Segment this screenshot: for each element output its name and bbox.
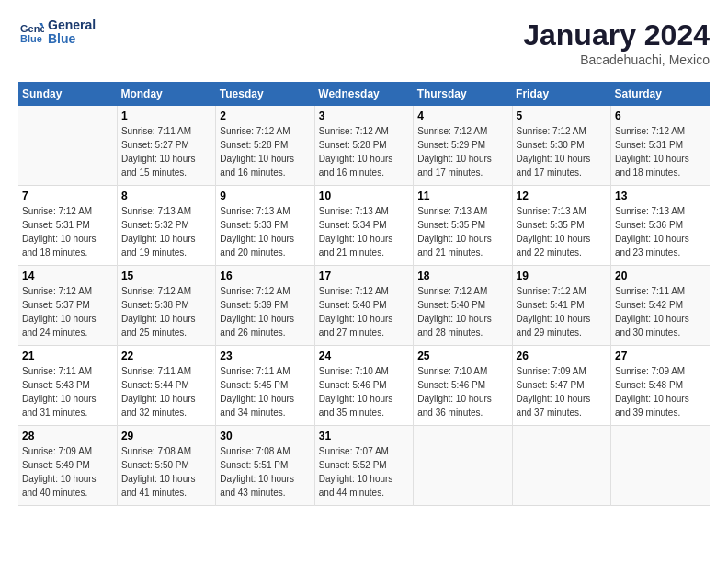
calendar-cell: 14Sunrise: 7:12 AMSunset: 5:37 PMDayligh…	[18, 266, 117, 346]
day-info: Sunrise: 7:12 AMSunset: 5:31 PMDaylight:…	[22, 204, 113, 259]
day-number: 9	[220, 190, 310, 202]
day-number: 18	[417, 270, 507, 282]
day-number: 4	[417, 109, 507, 122]
location-subtitle: Bacadehuachi, Mexico	[523, 52, 710, 67]
day-info: Sunrise: 7:13 AMSunset: 5:33 PMDaylight:…	[220, 204, 310, 259]
calendar-cell: 10Sunrise: 7:13 AMSunset: 5:34 PMDayligh…	[314, 186, 413, 266]
day-number: 14	[22, 270, 113, 282]
day-number: 6	[615, 109, 706, 122]
calendar-cell: 29Sunrise: 7:08 AMSunset: 5:50 PMDayligh…	[117, 426, 215, 506]
calendar-cell: 11Sunrise: 7:13 AMSunset: 5:35 PMDayligh…	[414, 186, 512, 266]
day-number: 8	[121, 190, 211, 202]
calendar-cell: 21Sunrise: 7:11 AMSunset: 5:43 PMDayligh…	[18, 346, 117, 426]
day-number: 1	[121, 109, 211, 122]
day-number: 12	[517, 190, 607, 202]
calendar-cell: 12Sunrise: 7:13 AMSunset: 5:35 PMDayligh…	[512, 186, 610, 266]
day-info: Sunrise: 7:12 AMSunset: 5:38 PMDaylight:…	[121, 284, 211, 339]
month-title: January 2024	[523, 18, 710, 52]
day-number: 19	[517, 270, 607, 282]
day-info: Sunrise: 7:12 AMSunset: 5:31 PMDaylight:…	[615, 124, 706, 179]
calendar-cell	[512, 426, 610, 506]
day-info: Sunrise: 7:12 AMSunset: 5:40 PMDaylight:…	[417, 284, 507, 339]
calendar-cell: 3Sunrise: 7:12 AMSunset: 5:28 PMDaylight…	[314, 106, 413, 186]
day-number: 13	[615, 190, 706, 202]
day-number: 22	[121, 350, 211, 362]
calendar-week-3: 14Sunrise: 7:12 AMSunset: 5:37 PMDayligh…	[18, 266, 710, 346]
day-number: 10	[319, 190, 409, 202]
calendar-week-2: 7Sunrise: 7:12 AMSunset: 5:31 PMDaylight…	[18, 186, 710, 266]
day-info: Sunrise: 7:12 AMSunset: 5:39 PMDaylight:…	[220, 284, 310, 339]
calendar-cell: 6Sunrise: 7:12 AMSunset: 5:31 PMDaylight…	[611, 106, 710, 186]
day-number: 26	[517, 350, 607, 362]
calendar-cell: 2Sunrise: 7:12 AMSunset: 5:28 PMDaylight…	[216, 106, 314, 186]
calendar-cell: 13Sunrise: 7:13 AMSunset: 5:36 PMDayligh…	[611, 186, 710, 266]
calendar-cell: 17Sunrise: 7:12 AMSunset: 5:40 PMDayligh…	[314, 266, 413, 346]
calendar-cell: 7Sunrise: 7:12 AMSunset: 5:31 PMDaylight…	[18, 186, 117, 266]
calendar-cell: 1Sunrise: 7:11 AMSunset: 5:27 PMDaylight…	[117, 106, 215, 186]
calendar-cell: 25Sunrise: 7:10 AMSunset: 5:46 PMDayligh…	[414, 346, 512, 426]
day-number: 16	[220, 270, 310, 282]
calendar-cell: 4Sunrise: 7:12 AMSunset: 5:29 PMDaylight…	[414, 106, 512, 186]
title-block: January 2024 Bacadehuachi, Mexico	[523, 18, 710, 67]
calendar-cell	[18, 106, 117, 186]
calendar-week-4: 21Sunrise: 7:11 AMSunset: 5:43 PMDayligh…	[18, 346, 710, 426]
day-info: Sunrise: 7:12 AMSunset: 5:28 PMDaylight:…	[220, 124, 310, 179]
day-number: 5	[517, 109, 607, 122]
day-info: Sunrise: 7:11 AMSunset: 5:42 PMDaylight:…	[615, 284, 706, 339]
calendar-cell: 28Sunrise: 7:09 AMSunset: 5:49 PMDayligh…	[18, 426, 117, 506]
day-info: Sunrise: 7:12 AMSunset: 5:37 PMDaylight:…	[22, 284, 113, 339]
calendar-cell: 9Sunrise: 7:13 AMSunset: 5:33 PMDaylight…	[216, 186, 314, 266]
calendar-cell	[611, 426, 710, 506]
day-info: Sunrise: 7:12 AMSunset: 5:30 PMDaylight:…	[517, 124, 607, 179]
calendar-cell: 26Sunrise: 7:09 AMSunset: 5:47 PMDayligh…	[512, 346, 610, 426]
calendar-cell: 27Sunrise: 7:09 AMSunset: 5:48 PMDayligh…	[611, 346, 710, 426]
calendar-cell: 8Sunrise: 7:13 AMSunset: 5:32 PMDaylight…	[117, 186, 215, 266]
logo: General Blue General Blue	[18, 18, 96, 47]
day-info: Sunrise: 7:13 AMSunset: 5:34 PMDaylight:…	[319, 204, 409, 259]
logo-blue: Blue	[48, 32, 96, 46]
day-number: 15	[121, 270, 211, 282]
calendar-cell: 31Sunrise: 7:07 AMSunset: 5:52 PMDayligh…	[314, 426, 413, 506]
calendar-table: SundayMondayTuesdayWednesdayThursdayFrid…	[18, 82, 710, 506]
day-number: 27	[615, 350, 706, 362]
calendar-cell: 20Sunrise: 7:11 AMSunset: 5:42 PMDayligh…	[611, 266, 710, 346]
day-number: 11	[417, 190, 507, 202]
day-info: Sunrise: 7:08 AMSunset: 5:50 PMDaylight:…	[121, 444, 211, 500]
day-info: Sunrise: 7:13 AMSunset: 5:35 PMDaylight:…	[517, 204, 607, 259]
logo-icon: General Blue	[18, 19, 44, 45]
calendar-cell: 16Sunrise: 7:12 AMSunset: 5:39 PMDayligh…	[216, 266, 314, 346]
day-number: 17	[319, 270, 409, 282]
logo-general: General	[48, 18, 96, 32]
calendar-cell: 5Sunrise: 7:12 AMSunset: 5:30 PMDaylight…	[512, 106, 610, 186]
day-number: 24	[319, 350, 409, 362]
calendar-cell: 24Sunrise: 7:10 AMSunset: 5:46 PMDayligh…	[314, 346, 413, 426]
calendar-week-1: 1Sunrise: 7:11 AMSunset: 5:27 PMDaylight…	[18, 106, 710, 186]
day-number: 29	[121, 430, 211, 442]
day-number: 28	[22, 430, 113, 442]
day-info: Sunrise: 7:13 AMSunset: 5:32 PMDaylight:…	[121, 204, 211, 259]
calendar-header: SundayMondayTuesdayWednesdayThursdayFrid…	[18, 82, 710, 106]
day-number: 25	[417, 350, 507, 362]
day-info: Sunrise: 7:11 AMSunset: 5:43 PMDaylight:…	[22, 364, 113, 419]
day-header-saturday: Saturday	[611, 82, 710, 106]
day-info: Sunrise: 7:11 AMSunset: 5:44 PMDaylight:…	[121, 364, 211, 419]
calendar-cell: 23Sunrise: 7:11 AMSunset: 5:45 PMDayligh…	[216, 346, 314, 426]
calendar-cell	[414, 426, 512, 506]
day-info: Sunrise: 7:08 AMSunset: 5:51 PMDaylight:…	[220, 444, 310, 500]
day-info: Sunrise: 7:12 AMSunset: 5:41 PMDaylight:…	[517, 284, 607, 339]
day-info: Sunrise: 7:10 AMSunset: 5:46 PMDaylight:…	[319, 364, 409, 419]
day-number: 21	[22, 350, 113, 362]
day-header-wednesday: Wednesday	[314, 82, 413, 106]
day-header-sunday: Sunday	[18, 82, 117, 106]
svg-text:Blue: Blue	[20, 33, 42, 44]
day-header-tuesday: Tuesday	[216, 82, 314, 106]
day-header-thursday: Thursday	[414, 82, 512, 106]
day-header-friday: Friday	[512, 82, 610, 106]
calendar-cell: 30Sunrise: 7:08 AMSunset: 5:51 PMDayligh…	[216, 426, 314, 506]
day-number: 23	[220, 350, 310, 362]
day-info: Sunrise: 7:09 AMSunset: 5:47 PMDaylight:…	[517, 364, 607, 419]
day-number: 7	[22, 190, 113, 202]
day-header-monday: Monday	[117, 82, 215, 106]
day-info: Sunrise: 7:11 AMSunset: 5:45 PMDaylight:…	[220, 364, 310, 419]
day-number: 3	[319, 109, 409, 122]
